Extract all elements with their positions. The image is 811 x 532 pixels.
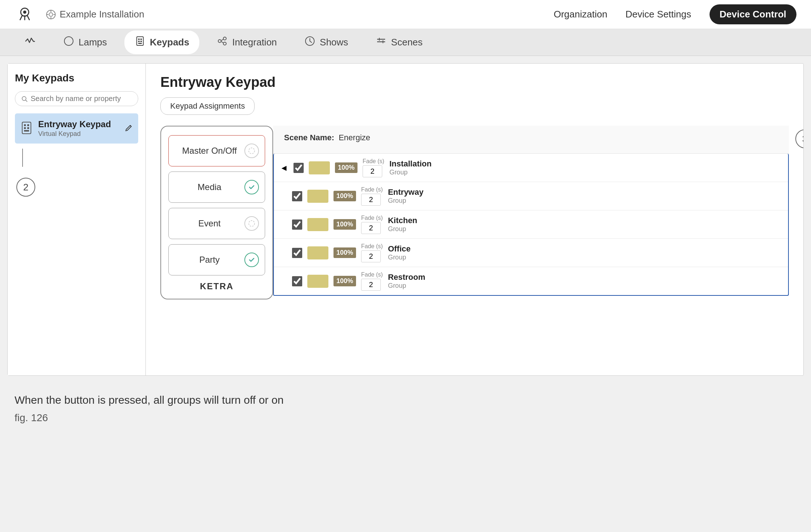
nav-lamps[interactable]: Lamps [53,31,117,54]
svg-point-11 [218,40,221,43]
svg-rect-8 [138,41,140,42]
fig-label: fig. 126 [15,412,796,424]
svg-point-30 [249,148,255,154]
svg-rect-6 [138,39,140,40]
group-type-entryway: Group [388,197,424,205]
group-name-entryway: Entryway [388,188,424,197]
svg-rect-24 [24,124,26,126]
nav-shows[interactable]: Shows [294,31,358,54]
integration-icon [217,36,228,49]
group-type-restroom: Group [388,282,426,290]
svg-line-14 [221,39,223,41]
group-type-office: Group [388,254,411,261]
integration-label: Integration [232,37,277,48]
scenes-icon [376,36,387,49]
checkbox-office[interactable] [292,248,302,258]
fade-label-restroom: Fade (s) [361,271,383,278]
keypad-item-name: Entryway Keypad [38,119,119,129]
fade-input-entryway[interactable] [361,194,381,206]
nav-integration[interactable]: Integration [207,31,287,54]
keypad-list-item[interactable]: Entryway Keypad Virtual Keypad [15,113,138,144]
keypad-btn-master[interactable]: Master On/Off [168,135,265,166]
lamps-icon [63,36,74,49]
sidebar-title: My Keypads [15,72,138,84]
fade-label-entryway: Fade (s) [361,186,383,193]
fade-label-kitchen: Fade (s) [361,215,383,221]
scene-name-value: Energize [339,133,370,142]
pct-office: 100% [333,247,356,258]
svg-point-3 [49,13,53,16]
svg-rect-9 [140,41,142,42]
svg-rect-23 [22,122,31,134]
group-name-installation: Installation [389,159,432,169]
keypad-btn-event[interactable]: Event [168,208,265,239]
search-container [15,91,138,106]
group-type-kitchen: Group [388,225,418,233]
svg-line-22 [26,100,27,101]
edit-icon[interactable] [124,124,133,134]
group-name-restroom: Restroom [388,273,426,282]
pct-restroom: 100% [333,276,356,286]
keypad-btn-event-label: Event [175,218,244,229]
checkbox-entryway[interactable] [292,191,302,201]
shows-icon [304,36,315,49]
fade-input-kitchen[interactable] [361,222,381,234]
keypad-btn-party-label: Party [175,255,244,265]
fade-label-installation: Fade (s) [363,158,384,165]
checkbox-restroom[interactable] [292,276,302,286]
group-row-installation: ◀ 100% Fade (s) Installation Group [274,154,788,182]
top-nav-links: Organization Device Settings Device Cont… [554,4,796,24]
nav-organization[interactable]: Organization [554,9,607,20]
keypad-btn-media[interactable]: Media [168,172,265,203]
checkbox-kitchen[interactable] [292,219,302,230]
party-check-icon [244,253,259,267]
activity-icon [25,36,36,49]
nav-keypads[interactable]: Keypads [124,31,199,54]
collapse-installation[interactable]: ◀ [280,164,288,172]
fade-input-office[interactable] [361,250,381,262]
installation-name[interactable]: Example Installation [46,9,144,20]
nav-device-settings[interactable]: Device Settings [626,9,691,20]
color-swatch-kitchen [307,218,328,231]
keypads-label: Keypads [150,37,189,48]
svg-rect-7 [140,39,142,40]
nav-device-control[interactable]: Device Control [710,4,797,24]
master-check-icon [244,144,259,158]
search-input[interactable] [31,94,132,103]
main-content: My Keypads Entryway Keypad [7,63,804,376]
svg-rect-25 [27,124,29,126]
svg-point-12 [223,37,226,40]
group-row-restroom: 100% Fade (s) Restroom Group [274,267,788,295]
right-panel: Entryway Keypad Keypad Assignments Maste… [146,64,803,375]
media-check-icon [244,180,259,194]
fade-input-restroom[interactable] [361,279,381,291]
checkbox-installation[interactable] [293,163,304,173]
search-icon [21,95,28,102]
nav-scenes[interactable]: Scenes [365,31,433,54]
keypad-brand: KETRA [168,281,265,291]
group-name-kitchen: Kitchen [388,216,418,225]
color-swatch-restroom [307,275,328,288]
svg-line-29 [130,125,131,126]
fade-label-office: Fade (s) [361,243,383,250]
color-swatch-office [307,246,328,259]
keypad-item-sub: Virtual Keypad [38,130,119,138]
fade-input-installation[interactable] [363,165,382,177]
group-row-office: 100% Fade (s) Office Group [274,239,788,267]
svg-point-1 [23,11,27,14]
svg-line-15 [221,41,223,43]
svg-rect-28 [24,130,29,132]
keypad-device: Master On/Off Media [160,126,273,299]
keypad-btn-party[interactable]: Party [168,244,265,275]
nav-activity[interactable] [15,31,46,54]
panel-title: Entryway Keypad [160,74,789,90]
keypad-item-icon [20,121,33,136]
color-swatch-installation [309,161,330,174]
keypad-assignments-button[interactable]: Keypad Assignments [160,97,255,115]
keypad-scene-row: Master On/Off Media [160,126,789,299]
sidebar: My Keypads Entryway Keypad [8,64,146,375]
annotation-3: 3 [795,129,803,148]
caption-area: When the button is pressed, all groups w… [0,383,811,427]
app-logo [15,4,35,25]
color-swatch-entryway [307,190,328,203]
